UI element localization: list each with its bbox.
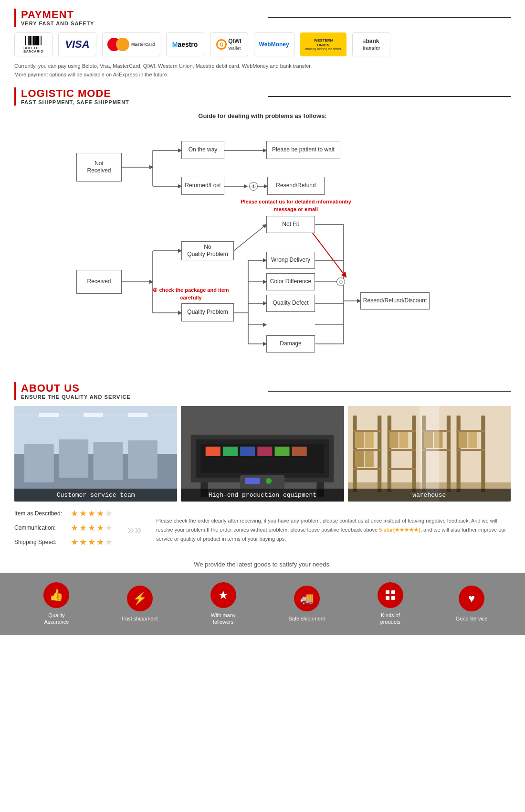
warehouse-photo: warehouse <box>348 406 511 502</box>
svg-rect-46 <box>240 447 255 456</box>
good-service-icon: ♥ <box>459 586 484 611</box>
kinds-products-icon <box>378 582 403 608</box>
color-difference-box: Color Difference <box>266 273 315 290</box>
contact-text: Please contact us for detailed informati… <box>234 198 358 213</box>
svg-rect-61 <box>353 468 381 470</box>
svg-rect-62 <box>355 432 364 448</box>
rating-row-described: Item as Described: ★ ★ ★ ★ ★ <box>14 508 113 519</box>
stars-communication: ★ ★ ★ ★ ★ <box>71 523 113 533</box>
icon-item-fast: ⚡ Fast shippment <box>122 586 158 622</box>
icon-item-quality: 👍 Quality Assurance <box>37 582 75 626</box>
svg-rect-69 <box>387 449 416 451</box>
rating-label-described: Item as Described: <box>14 510 67 517</box>
icon-item-safe: 🚚 Safe shippment <box>288 586 325 622</box>
svg-rect-48 <box>275 447 290 456</box>
flowchart: Not Received On the way Returned/Lost Pl… <box>48 124 477 373</box>
about-line <box>268 391 511 392</box>
safe-shippment-icon: 🚚 <box>294 586 320 611</box>
svg-rect-58 <box>378 416 381 492</box>
svg-rect-64 <box>355 451 364 467</box>
svg-rect-47 <box>258 447 273 456</box>
not-fit-box: Not Fit <box>266 216 315 233</box>
resend-refund-discount-box: Resend/Refund/Discount <box>360 292 430 310</box>
machine-photo: High-end production equipment <box>181 406 344 502</box>
svg-rect-82 <box>456 449 485 451</box>
quality-assurance-icon: 👍 <box>43 582 69 608</box>
no-quality-problem-box: No Quality Problem <box>181 241 234 260</box>
svg-rect-86 <box>386 590 389 594</box>
about-section: ABOUT US ENSURE THE QUALITY AND SERVICE … <box>0 382 525 551</box>
svg-rect-70 <box>387 468 416 470</box>
wrong-delivery-box: Wrong Delivery <box>266 252 315 269</box>
received-box: Received <box>76 270 122 294</box>
payment-header: PAYMENT VERY FAST AND SAFETY <box>14 9 511 27</box>
boleto-logo: BOLETOBANCARIO <box>14 32 52 56</box>
please-be-patient-box: Please be patient to wait <box>266 141 340 159</box>
payment-subtitle: VERY FAST AND SAFETY <box>21 21 263 26</box>
payment-note: Currently, you can pay using Boleto, Vis… <box>14 62 511 79</box>
payment-section: PAYMENT VERY FAST AND SAFETY BOLETOBANCA… <box>0 9 525 79</box>
svg-rect-81 <box>456 430 485 432</box>
svg-rect-35 <box>128 440 158 479</box>
quality-assurance-label: Quality Assurance <box>37 612 75 626</box>
svg-rect-72 <box>399 432 408 448</box>
quality-defect-box: Quality Defect <box>266 295 315 312</box>
rating-label-shipping: Shipping Speed: <box>14 539 67 545</box>
svg-rect-67 <box>412 416 416 492</box>
machine-caption: High-end production equipment <box>181 489 344 502</box>
svg-point-52 <box>266 478 272 484</box>
check-text: ② check the package and item carefully <box>143 287 239 301</box>
safe-shippment-label: Safe shippment <box>288 615 325 622</box>
svg-rect-89 <box>391 596 395 600</box>
svg-rect-44 <box>206 447 220 456</box>
footer-section: We provide the latest goods to satisfy y… <box>0 561 525 635</box>
logistic-line <box>268 96 511 97</box>
resend-refund-box: Resend/Refund <box>267 177 325 195</box>
ratings-left: Item as Described: ★ ★ ★ ★ ★ Communicati… <box>14 508 113 551</box>
svg-rect-84 <box>468 432 477 448</box>
svg-rect-60 <box>353 449 381 451</box>
good-service-label: Good Service <box>456 615 488 622</box>
followers-label: With many followers <box>204 612 242 626</box>
bank-transfer-logo: ≡banktransfer <box>352 32 390 56</box>
svg-rect-38 <box>84 413 103 417</box>
svg-rect-68 <box>387 430 416 432</box>
stars-shipping: ★ ★ ★ ★ ★ <box>71 537 113 547</box>
svg-rect-87 <box>391 590 395 594</box>
logistic-title: LOGISTIC MODE <box>21 88 263 99</box>
svg-rect-88 <box>386 596 389 600</box>
icon-item-service: ♥ Good Service <box>456 586 488 622</box>
svg-rect-63 <box>365 432 374 448</box>
circle-badge-2: ① <box>336 278 345 286</box>
latest-goods-text: We provide the latest goods to satisfy y… <box>0 561 525 568</box>
rating-description: Please check the order clearly after rec… <box>156 516 511 543</box>
rating-row-shipping: Shipping Speed: ★ ★ ★ ★ ★ <box>14 537 113 547</box>
followers-icon: ★ <box>210 582 236 608</box>
payment-title-group: PAYMENT VERY FAST AND SAFETY <box>21 9 263 26</box>
guide-title: Guide for dealing with problems as follo… <box>0 112 525 119</box>
about-header: ABOUT US ENSURE THE QUALITY AND SERVICE <box>14 382 511 400</box>
svg-rect-79 <box>456 416 460 492</box>
icon-item-followers: ★ With many followers <box>204 582 242 626</box>
webmoney-logo: WebMoney <box>254 32 294 56</box>
western-union-logo: WESTERNUNION moving money for better <box>300 32 346 56</box>
payment-line <box>268 17 511 18</box>
about-bar <box>14 382 16 400</box>
maestro-logo: Maestro <box>166 32 204 56</box>
svg-rect-80 <box>481 416 485 492</box>
quality-problem-box: Quality Problem <box>181 303 234 321</box>
payment-title: PAYMENT <box>21 9 263 21</box>
logistic-bar <box>14 87 16 106</box>
office-caption: Customer service team <box>14 489 177 502</box>
rating-label-communication: Communication: <box>14 524 67 531</box>
payment-logos: BOLETOBANCARIO VISA MasterCard Maestro Q… <box>14 32 511 56</box>
about-title: ABOUT US <box>21 383 263 394</box>
rating-row-communication: Communication: ★ ★ ★ ★ ★ <box>14 523 113 533</box>
svg-rect-32 <box>24 444 54 482</box>
arrows-icon: »» <box>122 522 147 537</box>
svg-rect-51 <box>245 478 260 484</box>
about-photos: Customer service team <box>14 406 511 502</box>
svg-rect-45 <box>223 447 238 456</box>
logistic-subtitle: FAST SHIPPMENT, SAFE SHIPPMENT <box>21 99 263 105</box>
svg-rect-66 <box>387 416 391 492</box>
